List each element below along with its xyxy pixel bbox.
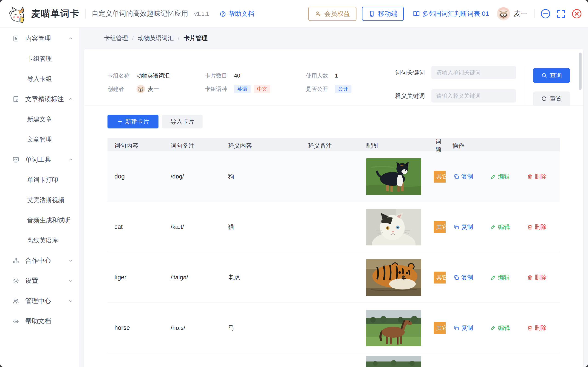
- plus-icon: [117, 119, 123, 125]
- chevron-down-icon: [68, 258, 73, 263]
- sidebar-item-admin-center[interactable]: 管理中心: [0, 291, 79, 311]
- mobile-app-button[interactable]: 移动端: [362, 7, 404, 21]
- table-row-partial: [107, 353, 560, 367]
- breadcrumb: 卡组管理 / 动物英语词汇 / 卡片管理: [79, 27, 588, 49]
- copy-button[interactable]: 复制: [453, 173, 473, 181]
- sidebar-item-content-management[interactable]: 内容管理: [0, 28, 79, 49]
- breadcrumb-current-page: 卡片管理: [183, 34, 208, 42]
- edit-button[interactable]: 编辑: [490, 173, 510, 181]
- sidebar-item-deck-management[interactable]: 卡组管理: [0, 49, 79, 69]
- col-frequency: 词频: [429, 138, 446, 154]
- user-count-field: 使用人数 1: [306, 71, 351, 81]
- sidebar-item-collaboration-center[interactable]: 合作中心: [0, 250, 79, 271]
- frequency-cell: 其它: [429, 171, 446, 183]
- trash-icon: [527, 224, 533, 230]
- member-user-icon: [315, 10, 321, 17]
- copy-button[interactable]: 复制: [453, 223, 473, 231]
- sidebar-item-article-annotation[interactable]: 文章精读标注: [0, 89, 79, 109]
- search-block: 词句关键词 释义关键词: [395, 66, 570, 105]
- sidebar-item-word-tools[interactable]: 单词工具: [0, 150, 79, 170]
- card-image-cell: [359, 353, 429, 367]
- app-header: 麦喵单词卡 自定义单词的高效趣味记忆应用 v1.1.1 帮助文档: [0, 0, 588, 27]
- word-keyword-input[interactable]: [431, 66, 516, 79]
- sidebar-item-import-deck[interactable]: 导入卡组: [0, 69, 79, 89]
- col-actions: 操作: [446, 142, 560, 150]
- table-row: tiger /'taigə/ 老虎: [107, 252, 560, 303]
- table-row: dog /dɒg/ 狗: [107, 151, 560, 202]
- frequency-cell: 其它: [429, 272, 446, 284]
- user-profile[interactable]: 麦一: [497, 7, 527, 20]
- query-button[interactable]: 查询: [533, 68, 570, 83]
- copy-button[interactable]: 复制: [453, 273, 473, 282]
- scrollbar-thumb[interactable]: [579, 52, 582, 90]
- col-meaning-note: 释义备注: [301, 142, 359, 150]
- sidebar-item-article-management[interactable]: 文章管理: [0, 129, 79, 150]
- trash-icon: [527, 174, 533, 180]
- copy-icon: [453, 174, 459, 180]
- meaning-keyword-row: 释义关键词: [395, 89, 516, 102]
- chevron-down-icon: [68, 298, 73, 304]
- delete-button[interactable]: 删除: [527, 324, 547, 332]
- sidebar-item-card-print[interactable]: 单词卡打印: [0, 170, 79, 190]
- sidebar-item-help-docs[interactable]: 帮助文档: [0, 311, 79, 331]
- deck-name-field: 卡组名称 动物英语词汇: [107, 71, 170, 81]
- membership-button[interactable]: 会员权益: [308, 7, 356, 21]
- sidebar-item-new-article[interactable]: 新建文章: [0, 109, 79, 129]
- app-subtitle: 自定义单词的高效趣味记忆应用: [92, 9, 188, 18]
- help-doc-link[interactable]: 帮助文档: [220, 9, 254, 18]
- sidebar-item-ebbinghaus-video[interactable]: 艾宾浩斯视频: [0, 190, 79, 210]
- card-image-cell: [359, 310, 429, 346]
- copy-icon: [453, 325, 459, 331]
- creator-avatar: [137, 85, 145, 93]
- card-image-cell: [359, 209, 429, 245]
- sidebar-item-settings[interactable]: 设置: [0, 271, 79, 291]
- creator-field: 创建者: [107, 84, 170, 94]
- edit-button[interactable]: 编辑: [490, 273, 510, 282]
- fullscreen-button[interactable]: [556, 8, 566, 19]
- copy-button[interactable]: 复制: [453, 324, 473, 332]
- delete-button[interactable]: 删除: [527, 173, 547, 181]
- sidebar-item-offline-english-library[interactable]: 离线英语库: [0, 230, 79, 250]
- reset-button[interactable]: 重置: [533, 92, 570, 106]
- breadcrumb-deck-management[interactable]: 卡组管理: [104, 34, 128, 42]
- tiger-photo: [366, 259, 421, 296]
- edit-button[interactable]: 编辑: [490, 324, 510, 332]
- language-tag-english: 英语: [234, 85, 251, 93]
- meaning-keyword-input[interactable]: [431, 89, 516, 102]
- row-actions: 复制 编辑 删除: [446, 173, 560, 181]
- trash-icon: [527, 275, 533, 281]
- edit-button[interactable]: 编辑: [490, 223, 510, 231]
- document-icon: [12, 35, 19, 42]
- row-actions: 复制 编辑 删除: [446, 273, 560, 282]
- public-status-field: 是否公开 公开: [306, 84, 351, 94]
- robot-icon: [12, 318, 19, 325]
- deck-name-value: 动物英语词汇: [137, 72, 170, 79]
- deck-info-bar: 卡组名称 动物英语词汇 卡片数目 40 使用人数 1 创建者: [84, 49, 583, 105]
- book-icon: [413, 10, 420, 17]
- delete-button[interactable]: 删除: [527, 273, 547, 282]
- collaboration-icon: [12, 257, 19, 264]
- breadcrumb-deck-name[interactable]: 动物英语词汇: [138, 34, 174, 42]
- chevron-up-icon: [68, 157, 73, 162]
- field-photo: [366, 356, 421, 367]
- duolingo-vocab-list-link[interactable]: 多邻国词汇判断词表 01: [413, 9, 489, 18]
- edit-icon: [490, 275, 496, 281]
- dog-photo: [366, 158, 421, 195]
- new-card-button[interactable]: 新建卡片: [107, 115, 158, 128]
- table-row: horse /hɒ:s/ 马: [107, 303, 560, 353]
- header-right-group: 会员权益 移动端 多邻国词汇判断词表 01: [308, 7, 582, 21]
- deck-language-field: 卡组语种 英语 中文: [205, 84, 270, 94]
- delete-button[interactable]: 删除: [527, 223, 547, 231]
- col-meaning: 释义内容: [221, 142, 301, 150]
- close-button[interactable]: [571, 8, 582, 19]
- frequency-tag: 其它: [434, 171, 446, 183]
- chevron-up-icon: [68, 36, 73, 41]
- search-icon: [541, 73, 547, 78]
- import-card-button[interactable]: 导入卡片: [162, 115, 203, 128]
- row-actions: 复制 编辑 删除: [446, 324, 560, 332]
- window-controls: [540, 8, 582, 19]
- sidebar-item-audio-generation[interactable]: 音频生成和试听: [0, 210, 79, 230]
- breadcrumb-separator: /: [178, 35, 179, 42]
- minimize-button[interactable]: [540, 8, 551, 19]
- frequency-tag: 其它: [434, 322, 446, 334]
